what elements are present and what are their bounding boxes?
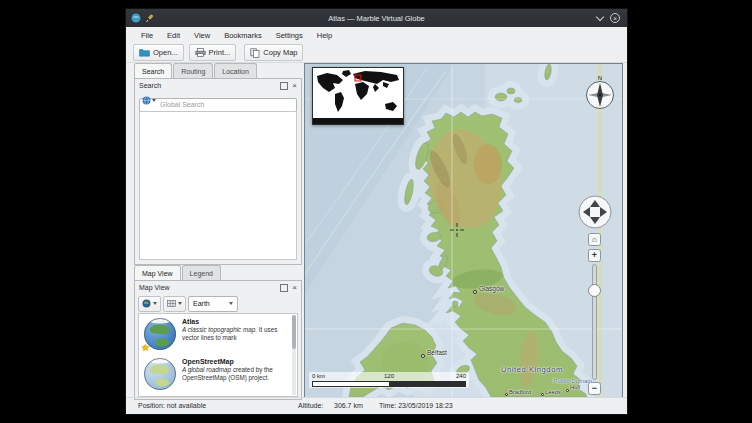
scale-mid: 120: [384, 373, 394, 379]
toolbar: Open... Print... Copy Map: [126, 43, 627, 63]
search-panel: Search ×: [134, 78, 302, 265]
overview-world-map[interactable]: [312, 67, 404, 125]
print-button[interactable]: Print...: [189, 44, 237, 61]
copy-icon: [250, 48, 260, 58]
menu-view[interactable]: View: [187, 31, 217, 40]
chevron-down-icon: [229, 302, 233, 305]
app-window: Atlas — Marble Virtual Globe × File Edit…: [125, 8, 628, 415]
tab-location[interactable]: Location: [214, 63, 256, 78]
map-view-panel-title: Map View: [139, 284, 170, 291]
sidebar-top-tabs: Search Routing Location: [134, 63, 258, 78]
menu-help[interactable]: Help: [310, 31, 339, 40]
theme-desc-em: A global roadmap: [182, 366, 231, 373]
zoom-in-button[interactable]: +: [588, 249, 601, 262]
zoom-slider-track[interactable]: [592, 264, 597, 380]
city-dot: [473, 290, 477, 294]
app-icon[interactable]: [131, 13, 141, 23]
city-dot: [566, 389, 569, 392]
statusbar: Position: not available Altitude: 306.7 …: [126, 397, 627, 414]
tab-legend[interactable]: Legend: [182, 265, 221, 280]
menu-settings[interactable]: Settings: [269, 31, 310, 40]
menu-edit[interactable]: Edit: [160, 31, 187, 40]
sidebar: Search Routing Location Search ×: [134, 63, 302, 400]
scale-zero: 0 km: [312, 373, 325, 379]
map-theme-list: ★ Atlas A classic topographic map. It us…: [138, 313, 298, 397]
close-panel-icon[interactable]: ×: [292, 284, 297, 292]
chevron-down-icon: [152, 99, 156, 102]
map-label-glasgow: Glasgow: [479, 285, 504, 292]
close-panel-icon[interactable]: ×: [292, 82, 297, 90]
map-view-panel: Map View ×: [134, 280, 302, 400]
sidebar-bottom-tabs: Map View Legend: [134, 265, 222, 280]
projection-button[interactable]: [163, 296, 186, 312]
map-label-leeds: Leeds: [545, 389, 561, 395]
chevron-down-icon: [178, 302, 182, 305]
celestial-body-select[interactable]: Earth: [188, 296, 238, 312]
projection-icon: [167, 299, 176, 308]
screen: Atlas — Marble Virtual Globe × File Edit…: [0, 0, 752, 423]
tab-map-view[interactable]: Map View: [134, 265, 181, 280]
map-attribution[interactable]: Public Domain: [553, 378, 592, 384]
city-dot: [421, 354, 425, 358]
theme-list-scrollbar[interactable]: [292, 315, 296, 395]
menu-file[interactable]: File: [134, 31, 160, 40]
theme-name: OpenStreetMap: [182, 358, 289, 365]
home-icon: ⌂: [592, 236, 597, 244]
tab-search[interactable]: Search: [134, 63, 172, 78]
status-altitude-value: 306.7 km: [334, 402, 363, 409]
list-item-openstreetmap[interactable]: OpenStreetMap A global roadmap created b…: [139, 354, 297, 394]
compass-north-label: N: [598, 75, 602, 81]
pin-icon[interactable]: [145, 13, 155, 23]
pan-control[interactable]: [578, 195, 612, 229]
compass-rose[interactable]: N: [582, 73, 618, 111]
city-dot: [541, 393, 544, 396]
theme-thumbnail: ★: [143, 317, 177, 351]
planet-icon: [142, 299, 151, 308]
celestial-body-value: Earth: [193, 300, 210, 307]
globe-icon: [142, 96, 151, 105]
search-panel-title: Search: [139, 82, 161, 89]
theme-thumbnail: [143, 357, 177, 391]
list-item-atlas[interactable]: ★ Atlas A classic topographic map. It us…: [139, 314, 297, 354]
view-extent-box: [355, 75, 361, 81]
minimize-icon[interactable]: [596, 13, 604, 21]
home-button[interactable]: ⌂: [588, 233, 601, 246]
scale-bar: 0 km 120 240: [309, 372, 469, 388]
map-label-belfast: Belfast: [427, 349, 447, 356]
status-altitude-label: Altitude:: [298, 402, 323, 409]
zoom-slider-handle[interactable]: [588, 284, 601, 297]
float-panel-icon[interactable]: [280, 82, 288, 90]
open-button[interactable]: Open...: [133, 44, 184, 61]
window-title: Atlas — Marble Virtual Globe: [126, 14, 627, 23]
search-provider-selector[interactable]: [142, 96, 156, 105]
map-label-united-kingdom: United Kingdom: [501, 365, 563, 374]
map-label-hull: Hull: [570, 384, 580, 390]
printer-icon: [195, 48, 206, 57]
map-label-bradford: Bradford: [509, 389, 531, 395]
print-button-label: Print...: [209, 48, 231, 57]
map-canvas[interactable]: N ⌂: [304, 63, 623, 398]
titlebar[interactable]: Atlas — Marble Virtual Globe ×: [126, 9, 627, 27]
tab-routing[interactable]: Routing: [173, 63, 213, 78]
menu-bookmarks[interactable]: Bookmarks: [217, 31, 269, 40]
menubar: File Edit View Bookmarks Settings Help: [126, 27, 627, 43]
theme-name: Atlas: [182, 318, 289, 325]
folder-icon: [139, 48, 150, 57]
search-input[interactable]: [139, 98, 297, 112]
celestial-body-button[interactable]: [138, 296, 161, 312]
status-time: Time: 23/05/2019 18:23: [379, 402, 453, 409]
copy-map-button-label: Copy Map: [263, 48, 297, 57]
theme-desc-em: A classic topographic map.: [182, 326, 257, 333]
close-icon[interactable]: ×: [610, 13, 620, 23]
scale-end: 240: [456, 373, 466, 379]
float-panel-icon[interactable]: [280, 284, 288, 292]
copy-map-button[interactable]: Copy Map: [244, 44, 303, 61]
favorite-star-icon: ★: [141, 342, 150, 353]
search-results-list: [139, 111, 297, 260]
city-dot: [505, 393, 508, 396]
status-position: Position: not available: [138, 402, 206, 409]
open-button-label: Open...: [153, 48, 178, 57]
chevron-down-icon: [153, 302, 157, 305]
